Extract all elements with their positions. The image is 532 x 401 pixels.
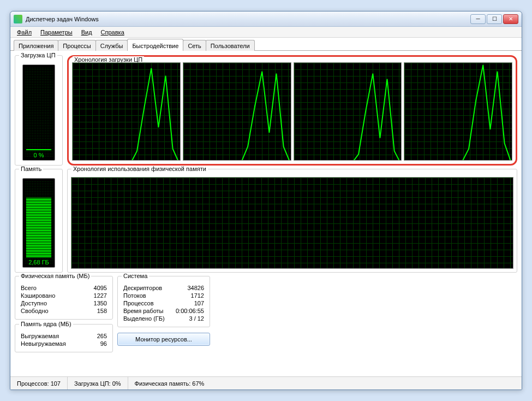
cpu-history-graph-core-4 bbox=[404, 62, 512, 161]
cpu-history-graph-core-2 bbox=[183, 62, 291, 161]
kernel-mem-label: Память ядра (МБ) bbox=[19, 321, 73, 327]
menu-file[interactable]: Файл bbox=[13, 28, 36, 37]
status-cpu: Загрузка ЦП: 0% bbox=[68, 377, 128, 390]
tab-users[interactable]: Пользователи bbox=[206, 40, 255, 51]
content-area: Приложения Процессы Службы Быстродействи… bbox=[10, 38, 522, 390]
table-row: Кэшировано1227 bbox=[21, 292, 107, 299]
minimize-button[interactable]: ─ bbox=[470, 14, 486, 24]
cpu-history-graph-core-3 bbox=[294, 62, 402, 161]
memory-label: Память bbox=[19, 166, 43, 172]
table-row: Дескрипторов34826 bbox=[123, 284, 204, 292]
system-group: Система Дескрипторов34826Потоков1712Проц… bbox=[117, 276, 210, 327]
table-row: Всего4095 bbox=[21, 284, 107, 292]
table-row: Потоков1712 bbox=[123, 292, 204, 299]
memory-history-graph bbox=[71, 177, 513, 269]
tab-services[interactable]: Службы bbox=[95, 40, 128, 51]
menu-help[interactable]: Справка bbox=[97, 28, 129, 37]
tab-performance[interactable]: Быстродействие bbox=[127, 39, 183, 51]
table-row: Свободно158 bbox=[21, 307, 107, 315]
table-row: Невыгружаемая96 bbox=[21, 340, 107, 347]
status-memory: Физическая память: 67% bbox=[128, 377, 522, 390]
tab-network[interactable]: Сеть bbox=[183, 40, 206, 51]
memory-value-label: 2,68 ГБ bbox=[23, 258, 55, 266]
statusbar: Процессов: 107 Загрузка ЦП: 0% Физическа… bbox=[10, 376, 522, 390]
system-table: Дескрипторов34826Потоков1712Процессов107… bbox=[123, 284, 204, 322]
tab-processes[interactable]: Процессы bbox=[58, 40, 95, 51]
system-label: Система bbox=[122, 273, 149, 279]
cpu-usage-group: Загрузка ЦП 0 % bbox=[15, 55, 63, 166]
table-row: Выделено (ГБ)3 / 12 bbox=[123, 315, 204, 322]
status-processes: Процессов: 107 bbox=[10, 377, 68, 390]
table-row: Время работы0:00:06:55 bbox=[123, 307, 204, 315]
table-row: Доступно1350 bbox=[21, 299, 107, 307]
table-row: Процессов107 bbox=[123, 299, 204, 307]
phys-mem-table: Всего4095Кэшировано1227Доступно1350Свобо… bbox=[21, 284, 107, 315]
kernel-mem-table: Выгружаемая265Невыгружаемая96 bbox=[21, 332, 107, 347]
tab-applications[interactable]: Приложения bbox=[14, 40, 58, 51]
cpu-percent-label: 0 % bbox=[23, 151, 55, 158]
memory-history-label: Хронология использования физической памя… bbox=[71, 166, 208, 172]
task-manager-window: Диспетчер задач Windows ─ ☐ ✕ Файл Парам… bbox=[10, 11, 522, 390]
phys-mem-label: Физическая память (МБ) bbox=[19, 273, 91, 279]
close-button[interactable]: ✕ bbox=[503, 14, 518, 24]
menu-view[interactable]: Вид bbox=[77, 28, 97, 37]
cpu-usage-label: Загрузка ЦП bbox=[19, 52, 57, 58]
maximize-button[interactable]: ☐ bbox=[487, 14, 502, 24]
physical-memory-group: Физическая память (МБ) Всего4095Кэширова… bbox=[15, 276, 113, 320]
menubar: Файл Параметры Вид Справка bbox=[10, 27, 522, 38]
tabstrip: Приложения Процессы Службы Быстродействи… bbox=[10, 38, 522, 51]
cpu-history-group: Хронология загрузки ЦП bbox=[67, 55, 517, 166]
cpu-meter: 0 % bbox=[22, 64, 55, 161]
memory-usage-group: Память 2,68 ГБ bbox=[15, 169, 63, 273]
menu-options[interactable]: Параметры bbox=[36, 28, 77, 37]
cpu-history-graph-core-1 bbox=[72, 62, 181, 161]
memory-meter: 2,68 ГБ bbox=[22, 178, 55, 268]
kernel-memory-group: Память ядра (МБ) Выгружаемая265Невыгружа… bbox=[15, 324, 113, 352]
titlebar[interactable]: Диспетчер задач Windows ─ ☐ ✕ bbox=[10, 11, 522, 27]
resource-monitor-button[interactable]: Монитор ресурсов... bbox=[117, 333, 210, 346]
table-row: Выгружаемая265 bbox=[21, 332, 107, 340]
memory-history-group: Хронология использования физической памя… bbox=[67, 169, 517, 273]
app-icon bbox=[14, 15, 22, 23]
window-title: Диспетчер задач Windows bbox=[26, 16, 470, 22]
stats-row: Физическая память (МБ) Всего4095Кэширова… bbox=[15, 276, 517, 352]
performance-tab-body: Загрузка ЦП 0 % Хронология загрузки ЦП П… bbox=[10, 51, 522, 376]
